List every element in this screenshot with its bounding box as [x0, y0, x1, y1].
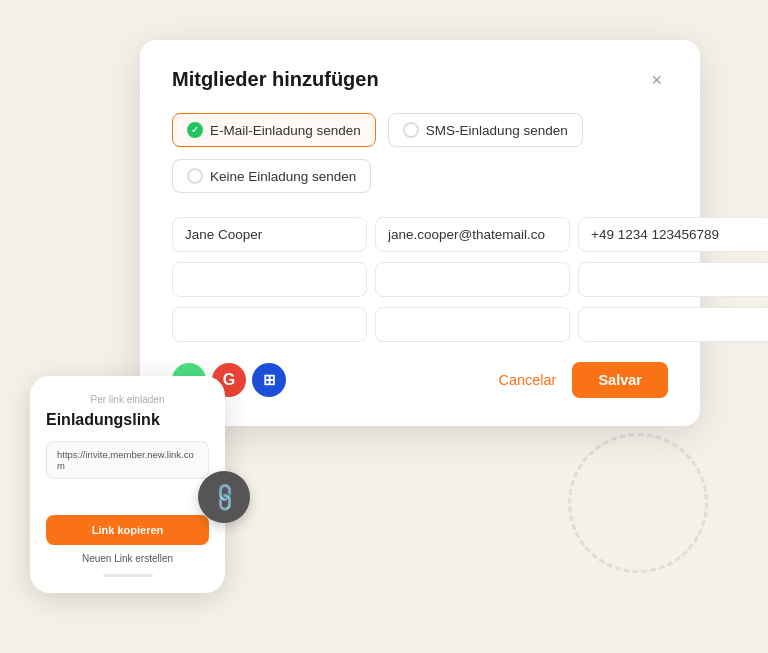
phone-input-2[interactable] [578, 262, 768, 297]
radio-none-dot [187, 168, 203, 184]
phone-input-1[interactable] [578, 217, 768, 252]
member-form-rows [172, 217, 668, 342]
modal-title: Mitglieder hinzufügen [172, 68, 379, 91]
email-input-1[interactable] [375, 217, 570, 252]
radio-email-dot [187, 122, 203, 138]
radio-sms-dot [403, 122, 419, 138]
modal-header: Mitglieder hinzufügen × [172, 68, 668, 91]
link-icon-circle: 🔗 [198, 471, 250, 523]
grid-label: ⊞ [263, 371, 276, 389]
radio-email-label: E-Mail-Einladung senden [210, 123, 361, 138]
mobile-card-divider [103, 574, 153, 577]
table-row [172, 307, 668, 342]
invite-link-display: https://invite.member.new.link.com [46, 441, 209, 479]
name-input-1[interactable] [172, 217, 367, 252]
copy-link-button[interactable]: Link kopieren [46, 515, 209, 545]
close-button[interactable]: × [645, 69, 668, 91]
name-input-3[interactable] [172, 307, 367, 342]
radio-sms-label: SMS-Einladung senden [426, 123, 568, 138]
import-grid-button[interactable]: ⊞ [252, 363, 286, 397]
name-input-2[interactable] [172, 262, 367, 297]
chain-link-icon: 🔗 [207, 480, 242, 515]
mobile-card-title: Einladungslink [46, 411, 209, 429]
google-label: G [223, 371, 235, 389]
email-input-3[interactable] [375, 307, 570, 342]
save-button[interactable]: Salvar [572, 362, 668, 398]
radio-none-option[interactable]: Keine Einladung senden [172, 159, 371, 193]
mobile-invitation-card: Per link einladen Einladungslink https:/… [30, 376, 225, 593]
email-input-2[interactable] [375, 262, 570, 297]
add-members-modal: Mitglieder hinzufügen × E-Mail-Einladung… [140, 40, 700, 426]
new-link-button[interactable]: Neuen Link erstellen [46, 553, 209, 564]
radio-sms-option[interactable]: SMS-Einladung senden [388, 113, 583, 147]
cancel-button[interactable]: Cancelar [498, 372, 556, 388]
per-link-label: Per link einladen [46, 394, 209, 405]
radio-email-option[interactable]: E-Mail-Einladung senden [172, 113, 376, 147]
table-row [172, 262, 668, 297]
modal-footer: csv G ⊞ Cancelar Salvar [172, 362, 668, 398]
table-row [172, 217, 668, 252]
footer-actions: Cancelar Salvar [498, 362, 668, 398]
background-decoration [568, 433, 708, 573]
radio-none-label: Keine Einladung senden [210, 169, 356, 184]
phone-input-3[interactable] [578, 307, 768, 342]
invitation-type-group: E-Mail-Einladung senden SMS-Einladung se… [172, 113, 668, 193]
